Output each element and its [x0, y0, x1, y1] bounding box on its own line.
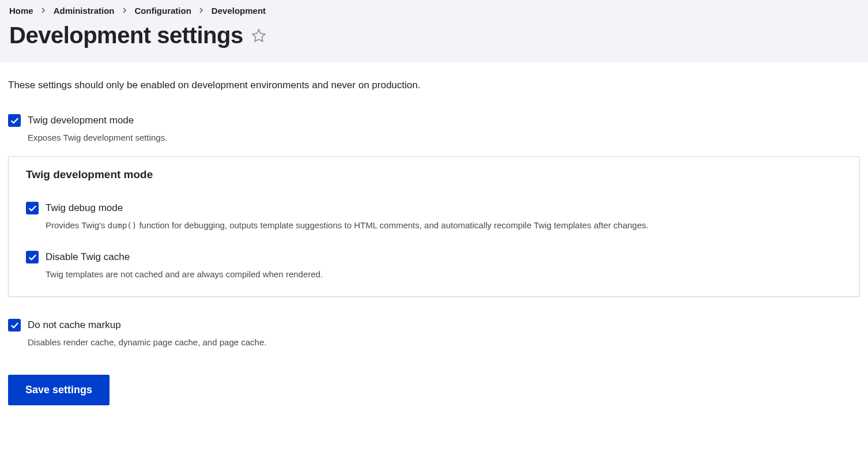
label-twig-dev-mode[interactable]: Twig development mode [28, 115, 134, 126]
label-disable-twig-cache[interactable]: Disable Twig cache [46, 251, 130, 263]
breadcrumb-configuration[interactable]: Configuration [135, 6, 191, 16]
desc-prefix: Provides Twig's [46, 220, 108, 230]
breadcrumb-administration[interactable]: Administration [54, 6, 115, 16]
label-no-cache-markup[interactable]: Do not cache markup [28, 319, 121, 331]
breadcrumb-development: Development [212, 6, 266, 16]
description-no-cache-markup: Disables render cache, dynamic page cach… [28, 337, 860, 347]
form-item-disable-twig-cache: Disable Twig cache Twig templates are no… [26, 251, 842, 279]
page-title-row: Development settings [9, 22, 859, 48]
checkbox-no-cache-markup[interactable] [8, 319, 21, 332]
intro-text: These settings should only be enabled on… [8, 80, 860, 91]
form-item-twig-dev-mode: Twig development mode Exposes Twig devel… [8, 114, 860, 142]
checkbox-disable-twig-cache[interactable] [26, 251, 39, 263]
form-item-twig-debug: Twig debug mode Provides Twig's dump() f… [26, 202, 842, 230]
fieldset-twig-dev-mode: Twig development mode Twig debug mode Pr… [8, 156, 860, 297]
description-twig-debug: Provides Twig's dump() function for debu… [46, 220, 842, 230]
header-region: Home Administration Configuration Develo… [0, 0, 868, 62]
breadcrumb: Home Administration Configuration Develo… [9, 6, 859, 16]
fieldset-legend: Twig development mode [26, 168, 842, 181]
star-icon[interactable] [251, 28, 266, 43]
checkbox-twig-dev-mode[interactable] [8, 114, 21, 127]
description-twig-dev-mode: Exposes Twig development settings. [28, 133, 860, 142]
label-twig-debug[interactable]: Twig debug mode [46, 202, 123, 214]
chevron-right-icon [123, 7, 127, 15]
chevron-right-icon [41, 7, 46, 15]
desc-code: dump() [108, 221, 137, 230]
content: These settings should only be enabled on… [0, 62, 868, 413]
chevron-right-icon [199, 7, 203, 15]
form-item-no-cache-markup: Do not cache markup Disables render cach… [8, 319, 860, 347]
save-button[interactable]: Save settings [8, 375, 110, 405]
checkbox-twig-debug[interactable] [26, 202, 39, 214]
description-disable-twig-cache: Twig templates are not cached and are al… [46, 269, 842, 279]
page-title: Development settings [9, 22, 243, 48]
desc-suffix: function for debugging, outputs template… [137, 220, 648, 230]
breadcrumb-home[interactable]: Home [9, 6, 33, 16]
